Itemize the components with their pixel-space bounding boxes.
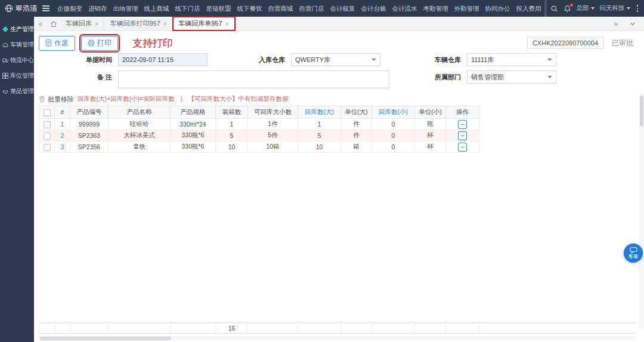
sidebar-item-dishes[interactable]: 菜品管理 — [0, 84, 34, 99]
cell-product-spec: 330瓶*6 — [171, 130, 216, 141]
printer-icon — [88, 39, 95, 47]
cell-unit-small: 杯 — [415, 141, 446, 153]
row-checkbox[interactable] — [44, 133, 51, 140]
sidebar-item-logistics[interactable]: 物流中心 — [0, 53, 34, 68]
cell-product-spec: 330瓶*6 — [171, 141, 216, 153]
table-row: 2 SP2363 大杯冰美式 330瓶*6 5 5件 5 件 0 杯 − — [39, 130, 479, 141]
menu-item[interactable]: 外勤管理 — [451, 0, 482, 17]
header-return-small: 回库数(小) — [372, 106, 415, 119]
sidebar-item-storage[interactable]: 库位管理 — [0, 68, 34, 84]
topbar-right: 总部 问天科技 — [550, 4, 640, 13]
void-button[interactable]: 作废 — [39, 36, 75, 51]
box-qty-total: 16 — [216, 323, 248, 333]
tab-vehicle-return[interactable]: 车辆回库 × — [60, 17, 104, 30]
remark-textarea[interactable] — [118, 70, 389, 88]
menu-item[interactable]: 会计流水 — [389, 0, 420, 17]
horizontal-scrollbar[interactable] — [39, 336, 636, 341]
app-window: 翠浩清 企微裂变 进销存 出纳管理 线上商城 线下门店 星链联盟 线下餐饮 自营… — [0, 0, 644, 342]
tabbar-controls: » — [609, 17, 644, 30]
brand-name: 翠浩清 — [16, 4, 37, 14]
vertical-scrollbar-thumb[interactable] — [640, 95, 643, 127]
hamburger-menu-icon[interactable] — [42, 5, 49, 11]
chevron-down-icon — [371, 58, 376, 61]
home-icon[interactable] — [47, 17, 60, 30]
tab-vehicle-return-print[interactable]: 车辆回库打印957 × — [104, 17, 173, 30]
sidebar-item-label: 库位管理 — [10, 72, 34, 80]
brand[interactable]: 翠浩清 — [5, 4, 37, 14]
top-menu: 企微裂变 进销存 出纳管理 线上商城 线下门店 星链联盟 线下餐饮 自营商城 自… — [54, 0, 547, 17]
menu-item[interactable]: 企微裂变 — [54, 0, 85, 17]
remove-row-button[interactable]: − — [458, 120, 467, 129]
row-checkbox[interactable] — [44, 144, 51, 151]
search-icon[interactable] — [550, 5, 558, 13]
row-number-link[interactable]: 2 — [55, 130, 70, 141]
close-icon[interactable]: × — [95, 20, 98, 27]
menu-item[interactable]: 进销存 — [85, 0, 110, 17]
batch-remove-button[interactable]: 批量移除 — [39, 95, 74, 104]
menu-item[interactable]: 线上商城 — [141, 0, 172, 17]
vertical-scrollbar[interactable] — [639, 94, 644, 329]
header-returnable: 可回库大小数 — [248, 106, 298, 119]
company-dropdown[interactable]: 问天科技 — [600, 4, 630, 13]
menu-item[interactable]: 线下餐饮 — [234, 0, 265, 17]
menu-item[interactable]: 会计台账 — [358, 0, 389, 17]
document-panel: 作废 打印 支持打印 CXHK2022090700004 已审批 单据 — [34, 31, 644, 342]
remove-row-button[interactable]: − — [458, 143, 467, 152]
customer-service-button[interactable]: 客服 — [624, 244, 643, 263]
menu-item[interactable]: 协同办公 — [482, 0, 513, 17]
sidebar-item-production[interactable]: 生产管理 — [0, 21, 34, 37]
customer-service-label: 客服 — [628, 254, 638, 259]
notification-bell-icon[interactable] — [564, 5, 571, 13]
doc-time-input[interactable] — [118, 53, 208, 66]
more-options-icon[interactable] — [636, 5, 640, 12]
customer-service-icon — [630, 247, 637, 254]
in-warehouse-select[interactable]: QWERTY库 — [291, 53, 380, 66]
row-number-link[interactable]: 3 — [55, 141, 70, 153]
cell-unit-big: 件 — [341, 130, 372, 141]
sidebar-item-vehicle[interactable]: 车辆管理 — [0, 37, 34, 53]
grid-actions: 批量移除 回库数(大)+回库数(小)=实际回库数 | 【可回库数大小】中有扣减暂… — [39, 93, 636, 106]
menu-item[interactable]: 星链联盟 — [203, 0, 234, 17]
dishes-bowl-icon — [2, 88, 8, 94]
horizontal-scrollbar-thumb[interactable] — [40, 337, 171, 340]
department-select[interactable]: 销售管理部 — [467, 70, 556, 84]
select-all-checkbox[interactable] — [44, 109, 51, 116]
menu-item[interactable]: 考勤管理 — [420, 0, 451, 17]
vehicle-warehouse-select[interactable]: 11111库 — [467, 53, 556, 66]
cell-product-name: 拿铁 — [109, 141, 171, 153]
header-checkbox-cell — [39, 106, 55, 119]
tabs-dropdown-icon[interactable] — [626, 21, 639, 27]
close-icon[interactable]: × — [225, 20, 229, 27]
cell-returnable: 5件 — [248, 130, 298, 141]
print-button[interactable]: 打印 — [81, 36, 118, 51]
department-value: 销售管理部 — [471, 73, 504, 82]
menu-item[interactable]: 自营门店 — [296, 0, 327, 17]
close-icon[interactable]: × — [163, 20, 167, 27]
tabs-expand-icon[interactable]: » — [609, 20, 623, 28]
menu-item[interactable]: 会计核算 — [327, 0, 358, 17]
menu-item[interactable]: 投入费用 — [513, 0, 544, 17]
hq-dropdown[interactable]: 总部 — [577, 4, 595, 13]
tabs-collapse-icon[interactable]: « — [34, 17, 47, 30]
brand-logo-icon — [5, 4, 13, 13]
sidebar-item-label: 生产管理 — [10, 25, 34, 33]
cell-return-big: 1 — [298, 119, 341, 130]
cell-product-code: SP2356 — [70, 141, 109, 153]
header-unit-small: 单位(小) — [415, 106, 446, 119]
remove-row-button[interactable]: − — [458, 131, 467, 140]
hint-note: 【可回库数大小】中有扣减暂存数据 — [188, 95, 288, 103]
tab-vehicle-return-order[interactable]: 车辆回库单957 × — [173, 17, 235, 30]
row-number-link[interactable]: 1 — [55, 119, 70, 130]
menu-item[interactable]: 出纳管理 — [110, 0, 141, 17]
chevron-down-icon — [627, 7, 630, 10]
menu-item-active[interactable]: 辅助应用 — [544, 0, 547, 17]
tab-label: 车辆回库单957 — [178, 19, 222, 28]
row-checkbox[interactable] — [44, 121, 51, 128]
menu-item[interactable]: 线下门店 — [172, 0, 203, 17]
menu-item[interactable]: 自营商城 — [265, 0, 296, 17]
header-box-qty: 装箱数 — [216, 106, 248, 119]
header-index: # — [55, 106, 70, 119]
status-badge: 已审批 — [609, 36, 636, 50]
grid-hint: 回库数(大)+回库数(小)=实际回库数 | 【可回库数大小】中有扣减暂存数据 — [78, 95, 288, 103]
vehicle-warehouse-value: 11111库 — [471, 56, 494, 64]
